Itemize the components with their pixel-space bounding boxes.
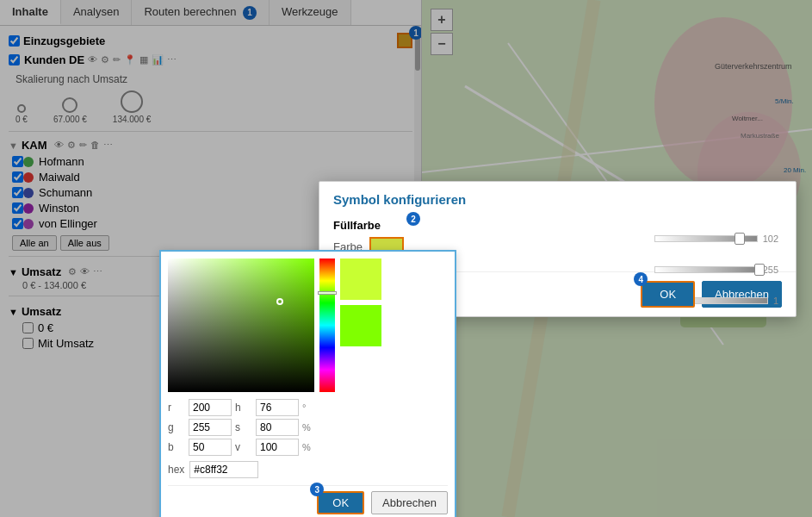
color-swatch-old xyxy=(340,305,381,346)
b-input[interactable] xyxy=(189,439,232,456)
g-label: g xyxy=(168,421,185,433)
hue-handle xyxy=(318,291,337,295)
picker-cancel-button[interactable]: Abbrechen xyxy=(371,491,448,514)
badge-3: 3 xyxy=(310,483,324,496)
g-input[interactable] xyxy=(189,419,232,436)
s-label: s xyxy=(235,421,252,433)
slider-val-3: 1 xyxy=(773,296,778,306)
slider-val-1: 102 xyxy=(763,234,778,244)
h-label: h xyxy=(235,402,252,414)
picker-crosshair xyxy=(276,298,283,305)
picker-top xyxy=(168,258,448,392)
r-label: r xyxy=(168,402,185,414)
h-unit: ° xyxy=(302,402,319,413)
hex-input[interactable] xyxy=(189,461,258,478)
s-unit: % xyxy=(302,422,319,433)
hex-row: hex xyxy=(168,461,448,478)
picker-buttons: OK 3 Abbrechen xyxy=(168,485,448,514)
v-unit: % xyxy=(302,442,319,452)
color-swatch-new xyxy=(340,258,381,300)
v-input[interactable] xyxy=(256,439,299,456)
hue-slider[interactable] xyxy=(319,258,335,392)
symbol-ok-button[interactable]: OK 4 xyxy=(641,281,695,308)
badge-2: 2 xyxy=(406,212,420,226)
gradient-picker[interactable] xyxy=(168,258,314,392)
color-inputs: r h ° g s % b v % xyxy=(168,399,448,456)
slider-val-2: 255 xyxy=(763,265,778,275)
preview-swatches xyxy=(340,258,381,392)
picker-ok-button[interactable]: OK 3 xyxy=(317,491,364,514)
hex-label: hex xyxy=(168,464,184,476)
fuellfarbe-label: Füllfarbe 2 xyxy=(333,219,782,232)
r-input[interactable] xyxy=(189,399,232,416)
s-input[interactable] xyxy=(256,419,299,436)
color-picker-popup: r h ° g s % b v % hex OK 3 Abbrechen xyxy=(159,250,456,517)
h-input[interactable] xyxy=(256,399,299,416)
v-label: v xyxy=(235,441,252,453)
symbol-dialog-title: Symbol konfigurieren xyxy=(319,182,796,212)
b-label: b xyxy=(168,441,185,453)
badge-4: 4 xyxy=(634,272,648,286)
